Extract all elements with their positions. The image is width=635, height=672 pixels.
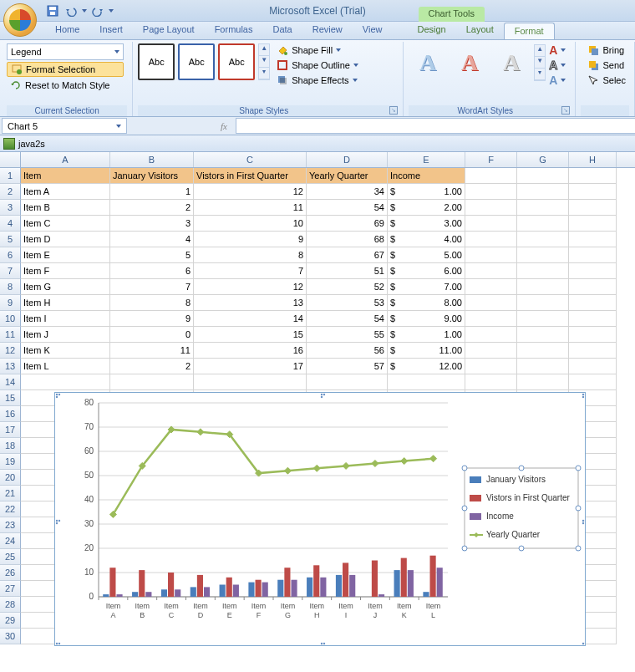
- row-header[interactable]: 20: [0, 470, 21, 486]
- office-button[interactable]: [3, 3, 37, 37]
- cell[interactable]: 68: [307, 232, 388, 247]
- shape-fill-button[interactable]: Shape Fill: [273, 43, 362, 57]
- row-header[interactable]: 23: [0, 517, 21, 533]
- wordart-dialog-launcher[interactable]: ↘: [561, 106, 570, 115]
- row-header[interactable]: 6: [0, 247, 21, 263]
- text-effects-button[interactable]: A: [547, 74, 567, 87]
- row-header[interactable]: 1: [0, 168, 21, 184]
- undo-button[interactable]: [64, 3, 79, 18]
- cell[interactable]: [569, 168, 617, 184]
- cell[interactable]: 7: [110, 279, 194, 295]
- row-header[interactable]: 3: [0, 200, 21, 216]
- cell[interactable]: Item I: [21, 311, 110, 327]
- cell[interactable]: 12: [194, 184, 307, 200]
- cell[interactable]: $3.00: [388, 216, 465, 232]
- wordart-style-1[interactable]: A: [409, 43, 447, 82]
- cell[interactable]: [517, 247, 569, 263]
- cell[interactable]: Item B: [21, 200, 110, 216]
- tab-chart-layout[interactable]: Layout: [456, 22, 504, 39]
- cell[interactable]: [569, 184, 617, 200]
- text-outline-button[interactable]: A: [547, 59, 567, 72]
- cell[interactable]: [465, 247, 517, 263]
- row-header[interactable]: 27: [0, 581, 21, 597]
- reset-to-match-style-button[interactable]: Reset to Match Style: [7, 79, 124, 92]
- redo-button[interactable]: [90, 3, 105, 18]
- cell[interactable]: [465, 200, 517, 216]
- cell[interactable]: [569, 311, 617, 327]
- tab-insert[interactable]: Insert: [89, 22, 133, 39]
- cell[interactable]: [517, 184, 569, 200]
- chart-element-selector[interactable]: Legend: [7, 43, 124, 60]
- col-header-E[interactable]: E: [388, 152, 465, 167]
- cell[interactable]: [465, 232, 517, 247]
- cell[interactable]: [517, 327, 569, 343]
- row-header[interactable]: 8: [0, 279, 21, 295]
- format-selection-button[interactable]: Format Selection: [7, 62, 124, 77]
- cell[interactable]: [517, 263, 569, 279]
- cell[interactable]: $4.00: [388, 232, 465, 247]
- cell[interactable]: 51: [307, 263, 388, 279]
- row-header[interactable]: 22: [0, 501, 21, 517]
- cell[interactable]: [569, 216, 617, 232]
- cell[interactable]: $12.00: [388, 359, 465, 374]
- cell[interactable]: 0: [110, 327, 194, 343]
- cell[interactable]: [517, 374, 569, 390]
- row-header[interactable]: 12: [0, 343, 21, 359]
- cell[interactable]: $11.00: [388, 343, 465, 359]
- shape-style-expand[interactable]: ▲▼▾: [258, 43, 270, 80]
- row-header[interactable]: 7: [0, 263, 21, 279]
- save-button[interactable]: [45, 3, 60, 18]
- cell[interactable]: 15: [194, 327, 307, 343]
- cell[interactable]: [110, 374, 194, 390]
- cell[interactable]: Item C: [21, 216, 110, 232]
- cell[interactable]: [569, 200, 617, 216]
- cell[interactable]: $6.00: [388, 263, 465, 279]
- col-header-C[interactable]: C: [194, 152, 307, 167]
- tab-data[interactable]: Data: [262, 22, 302, 39]
- cell[interactable]: [465, 311, 517, 327]
- row-header[interactable]: 28: [0, 597, 21, 613]
- formula-input[interactable]: [236, 118, 635, 134]
- row-header[interactable]: 11: [0, 327, 21, 343]
- col-header-F[interactable]: F: [465, 152, 517, 167]
- wordart-expand[interactable]: ▲▼▾: [534, 44, 546, 81]
- cell[interactable]: [465, 327, 517, 343]
- cell[interactable]: 67: [307, 247, 388, 263]
- cell[interactable]: [517, 295, 569, 311]
- cell[interactable]: $5.00: [388, 247, 465, 263]
- qat-customize[interactable]: [109, 9, 114, 13]
- cell[interactable]: 34: [307, 184, 388, 200]
- cell[interactable]: [569, 247, 617, 263]
- cell[interactable]: Vistors in First Quarter: [194, 168, 307, 184]
- wordart-style-2[interactable]: A: [450, 43, 489, 82]
- cell[interactable]: [517, 279, 569, 295]
- cell[interactable]: Item J: [21, 327, 110, 343]
- cell[interactable]: Item F: [21, 263, 110, 279]
- cell[interactable]: [194, 374, 307, 390]
- col-header-B[interactable]: B: [110, 152, 194, 167]
- cell[interactable]: Item H: [21, 295, 110, 311]
- cell[interactable]: 1: [110, 184, 194, 200]
- cell[interactable]: 9: [110, 311, 194, 327]
- tab-chart-format[interactable]: Format: [504, 23, 555, 39]
- cell[interactable]: 54: [307, 311, 388, 327]
- cell[interactable]: 11: [110, 343, 194, 359]
- cell[interactable]: [465, 359, 517, 374]
- cell[interactable]: 11: [194, 200, 307, 216]
- row-header[interactable]: 25: [0, 549, 21, 565]
- fx-icon[interactable]: fx: [216, 119, 232, 134]
- cell[interactable]: $2.00: [388, 200, 465, 216]
- cell[interactable]: [465, 184, 517, 200]
- cell[interactable]: [517, 232, 569, 247]
- cell[interactable]: 17: [194, 359, 307, 374]
- cell[interactable]: [388, 374, 465, 390]
- row-header[interactable]: 13: [0, 359, 21, 374]
- tab-review[interactable]: Review: [302, 22, 353, 39]
- cancel-formula-icon[interactable]: [129, 119, 212, 134]
- shape-style-1[interactable]: Abc: [138, 43, 175, 80]
- shape-style-gallery[interactable]: Abc Abc Abc ▲▼▾: [138, 43, 270, 80]
- row-header[interactable]: 4: [0, 216, 21, 232]
- cell[interactable]: [569, 263, 617, 279]
- cell[interactable]: 12: [194, 279, 307, 295]
- select-all-corner[interactable]: [0, 152, 21, 167]
